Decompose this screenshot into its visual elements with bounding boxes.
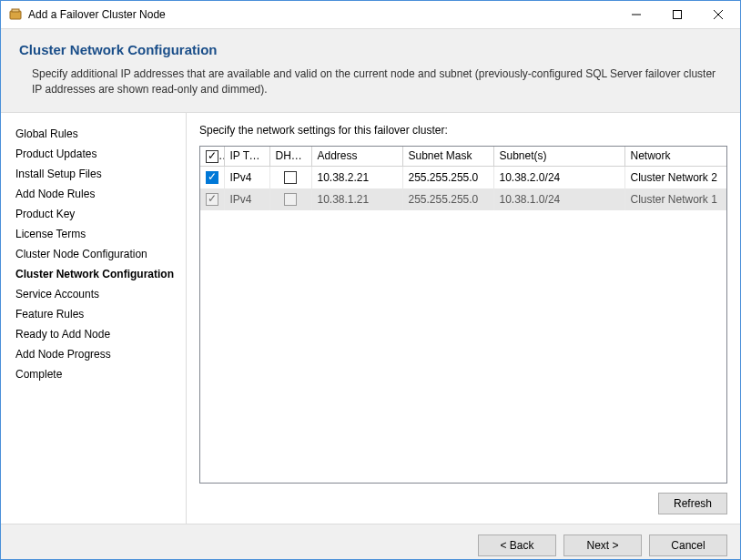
page-description: Specify additional IP addresses that are… bbox=[19, 66, 722, 97]
cell-subnet-mask[interactable]: 255.255.255.0 bbox=[402, 167, 493, 188]
content: Specify the network settings for this fa… bbox=[187, 113, 740, 524]
sidebar-item[interactable]: Install Setup Files bbox=[15, 164, 177, 184]
row-checkbox[interactable] bbox=[206, 171, 218, 184]
col-address[interactable]: Address bbox=[311, 147, 402, 167]
network-grid: IP Ty… DHCP Address Subnet Mask Subnet(s… bbox=[199, 146, 727, 484]
svg-rect-1 bbox=[12, 9, 19, 12]
cell-address[interactable]: 10.38.2.21 bbox=[311, 167, 402, 188]
cancel-button[interactable]: Cancel bbox=[649, 535, 727, 556]
sidebar-item[interactable]: Add Node Progress bbox=[15, 344, 177, 364]
instruction-text: Specify the network settings for this fa… bbox=[199, 124, 727, 137]
cell-subnets: 10.38.2.0/24 bbox=[493, 167, 624, 188]
table-row: IPv410.38.1.21255.255.255.010.38.1.0/24C… bbox=[200, 188, 726, 210]
sidebar-item[interactable]: Add Node Rules bbox=[15, 184, 177, 204]
sidebar-item[interactable]: Cluster Network Configuration bbox=[15, 264, 177, 284]
col-network[interactable]: Network bbox=[624, 147, 726, 167]
grid-header-row: IP Ty… DHCP Address Subnet Mask Subnet(s… bbox=[200, 147, 726, 167]
select-all-checkbox[interactable] bbox=[206, 150, 218, 163]
col-iptype[interactable]: IP Ty… bbox=[224, 147, 269, 167]
cell-subnet-mask: 255.255.255.0 bbox=[402, 188, 493, 210]
col-check[interactable] bbox=[200, 147, 224, 167]
svg-rect-3 bbox=[673, 11, 681, 19]
sidebar-item[interactable]: License Terms bbox=[15, 224, 177, 244]
header-panel: Cluster Network Configuration Specify ad… bbox=[1, 28, 740, 113]
footer: < Back Next > Cancel bbox=[1, 524, 740, 560]
grid-actions: Refresh bbox=[199, 484, 727, 514]
sidebar-item[interactable]: Complete bbox=[15, 364, 177, 384]
col-dhcp[interactable]: DHCP bbox=[269, 147, 311, 167]
app-icon bbox=[8, 7, 23, 22]
window-title: Add a Failover Cluster Node bbox=[28, 8, 615, 21]
sidebar-item[interactable]: Cluster Node Configuration bbox=[15, 244, 177, 264]
table-row[interactable]: IPv410.38.2.21255.255.255.010.38.2.0/24C… bbox=[200, 167, 726, 188]
back-button[interactable]: < Back bbox=[478, 535, 556, 556]
cell-subnets: 10.38.1.0/24 bbox=[493, 188, 624, 210]
sidebar-item[interactable]: Product Key bbox=[15, 204, 177, 224]
sidebar-item[interactable]: Feature Rules bbox=[15, 304, 177, 324]
titlebar: Add a Failover Cluster Node bbox=[1, 1, 740, 28]
sidebar-item[interactable]: Global Rules bbox=[15, 124, 177, 144]
cell-iptype: IPv4 bbox=[224, 167, 269, 188]
sidebar-item[interactable]: Service Accounts bbox=[15, 284, 177, 304]
minimize-button[interactable] bbox=[615, 2, 656, 27]
col-subnets[interactable]: Subnet(s) bbox=[493, 147, 624, 167]
cell-address: 10.38.1.21 bbox=[311, 188, 402, 210]
main: Global RulesProduct UpdatesInstall Setup… bbox=[1, 113, 740, 524]
row-checkbox bbox=[206, 193, 218, 206]
next-button[interactable]: Next > bbox=[563, 535, 642, 556]
dhcp-checkbox bbox=[284, 193, 297, 206]
maximize-button[interactable] bbox=[656, 2, 697, 27]
cell-iptype: IPv4 bbox=[224, 188, 269, 210]
col-subnet-mask[interactable]: Subnet Mask bbox=[402, 147, 493, 167]
sidebar: Global RulesProduct UpdatesInstall Setup… bbox=[1, 113, 187, 524]
sidebar-item[interactable]: Ready to Add Node bbox=[15, 324, 177, 344]
refresh-button[interactable]: Refresh bbox=[658, 493, 727, 514]
dhcp-checkbox[interactable] bbox=[284, 171, 297, 184]
sidebar-item[interactable]: Product Updates bbox=[15, 144, 177, 164]
close-button[interactable] bbox=[697, 2, 738, 27]
cell-network: Cluster Network 2 bbox=[624, 167, 726, 188]
page-title: Cluster Network Configuration bbox=[19, 42, 722, 57]
cell-network: Cluster Network 1 bbox=[624, 188, 726, 210]
